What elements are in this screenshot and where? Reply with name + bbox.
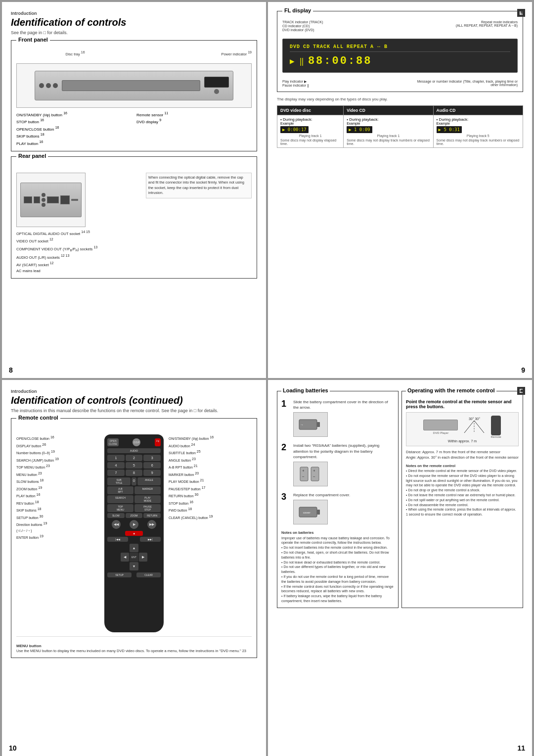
rc-btn-0[interactable]: 0 bbox=[132, 477, 136, 485]
rp-video-visual bbox=[34, 196, 40, 203]
dvd-example-label: Example bbox=[280, 122, 340, 125]
fp-ann-left: ON/STANDBY (I/φ) button 16 STOP button 1… bbox=[16, 111, 132, 147]
rl-playmode: PLAY MODE button 21 bbox=[169, 477, 252, 485]
rc-btn-5[interactable]: 5 bbox=[126, 462, 143, 469]
menu-note-title: MENU button bbox=[16, 644, 252, 648]
rc-note-6: • Do not disassemble the remote control. bbox=[406, 503, 519, 508]
rc-btn-8[interactable]: 8 bbox=[126, 470, 143, 476]
remote-search-topmenu-row: SEARCH PLAYMODE bbox=[107, 495, 161, 503]
rc-audio-btn[interactable]: AUDIO bbox=[107, 448, 161, 453]
rc-subtitle-btn[interactable]: SUBTITLE bbox=[107, 477, 131, 485]
rl-marker: MARKER button 20 bbox=[169, 471, 252, 478]
rl-return: RETURN button 30 bbox=[169, 492, 252, 499]
rear-panel-body bbox=[20, 183, 82, 217]
rp-component-visual bbox=[47, 196, 59, 203]
rl-direction: Direction buttons 19(↑/↓/←/→) bbox=[16, 520, 99, 533]
rc-return-btn[interactable]: RETURN bbox=[143, 513, 161, 518]
battery-step1-svg: → bbox=[298, 416, 323, 433]
rear-panel-wrap: OPTICAL DIGITAL AUDIO OUT socket 14 15 V… bbox=[16, 173, 252, 274]
acd-playing-label: Playing track 5 bbox=[437, 134, 520, 138]
fp-ann-play: PLAY button 16 bbox=[16, 140, 132, 147]
rc-setup-btn[interactable]: SETUP bbox=[107, 572, 132, 577]
rc-up-btn[interactable]: ▲ bbox=[130, 544, 138, 552]
remote-control-section: Remote control OPEN/CLOSE button 16 DISP… bbox=[11, 418, 257, 658]
rc-btn-3[interactable]: 3 bbox=[143, 455, 161, 461]
rear-panel-note: When connecting the optical digital cabl… bbox=[146, 173, 252, 198]
battery-notes-title: Notes on batteries bbox=[281, 530, 394, 536]
rl-play: PLAY button 16 bbox=[16, 492, 99, 499]
vcd-example-label: Example bbox=[347, 122, 430, 125]
rc-topmenu-btn[interactable]: TOPMENU bbox=[107, 504, 134, 512]
remote-top-buttons: OPENCLOSE DSP I/φ bbox=[107, 438, 161, 446]
battery-note-1: Improper use of batteries may cause batt… bbox=[281, 536, 394, 546]
page-subtitle-8: See the page in □ for details. bbox=[11, 30, 257, 35]
rl-rev: REV button 18 bbox=[16, 499, 99, 507]
menu-note-body: Use the MENU button to display the menu … bbox=[16, 648, 252, 654]
rp-s3 bbox=[42, 203, 45, 207]
remote-label-in-diagram: Remote bbox=[490, 435, 501, 438]
rl-pausestep: PAUSE/STEP button 17 bbox=[169, 485, 252, 492]
svg-text:+: + bbox=[302, 469, 305, 473]
rl-fwd: FWD button 18 bbox=[169, 506, 252, 514]
angle-30-label: 30° 30° bbox=[462, 417, 487, 421]
remote-notes-title: Notes on the remote control bbox=[406, 464, 519, 469]
rl-subtitle: SUBTITLE button 25 bbox=[169, 449, 252, 456]
rc-rev-btn[interactable]: ◀◀ bbox=[112, 520, 121, 529]
rc-slow-btn[interactable]: SLOW bbox=[107, 513, 125, 518]
rc-btn-4[interactable]: 4 bbox=[107, 462, 125, 469]
rc-right-btn[interactable]: ▶ bbox=[139, 553, 147, 561]
rc-btn-7[interactable]: 7 bbox=[107, 470, 125, 476]
svg-text:+: + bbox=[313, 469, 315, 473]
rc-openclose-btn[interactable]: OPENCLOSE bbox=[107, 438, 119, 446]
rc-btn-2[interactable]: 2 bbox=[126, 455, 143, 461]
rc-angle-btn[interactable]: ANGLE bbox=[137, 477, 161, 485]
rp-ac-label: AC mains lead bbox=[16, 268, 142, 274]
rc-marker-btn[interactable]: MARKER bbox=[134, 486, 161, 494]
rp-scart-visual bbox=[60, 195, 70, 204]
acd-example-label: Example bbox=[437, 122, 520, 125]
fl-dvd-label: DVD indicator (DVD) bbox=[282, 28, 323, 32]
rc-enter-btn[interactable]: ENT bbox=[130, 553, 138, 561]
rc-search-btn[interactable]: SEARCH bbox=[107, 495, 134, 503]
rc-skipfwd-btn[interactable]: ▶▶| bbox=[140, 537, 161, 542]
rc-pausestep-btn[interactable]: PAUSESTEP bbox=[134, 504, 161, 512]
rc-skipback-btn[interactable]: |◀◀ bbox=[107, 537, 128, 542]
page11-top-sections: Loading batteries 1 Slide the battery co… bbox=[277, 391, 523, 608]
battery-step-2: 2 Install two “R03/AAA” batteries (suppl… bbox=[281, 443, 394, 488]
rp-video-label: VIDEO OUT socket 12 bbox=[16, 236, 142, 244]
rc-standby-btn[interactable]: I/φ bbox=[155, 438, 161, 446]
operating-diagram-inner: DVD Player 30° 30° Remot bbox=[409, 416, 515, 438]
battery-step3-svg: cover bbox=[298, 503, 323, 521]
rc-zoom-btn[interactable]: ZOOM bbox=[126, 513, 143, 518]
svg-text:−: − bbox=[313, 474, 315, 479]
battery-step1-diagram: → bbox=[293, 412, 328, 437]
rc-abrpt-btn[interactable]: A-BRPT bbox=[107, 486, 134, 494]
rp-optical-visual bbox=[24, 196, 32, 203]
fl-play-icon: ▶ ‖ bbox=[290, 56, 304, 66]
rl-audio: AUDIO button 24 bbox=[169, 442, 252, 449]
rc-stop-btn[interactable]: ■ bbox=[125, 531, 142, 536]
rc-btn-9[interactable]: 9 bbox=[143, 470, 161, 476]
rl-number: Number buttons (0–9) 19 bbox=[16, 449, 99, 456]
operating-remote-title: Operating with the remote control bbox=[406, 387, 496, 393]
fl-display-visual: DVD CD TRACK ALL REPEAT A ↔ B ▶ ‖ 88:00:… bbox=[282, 39, 518, 73]
fl-pause-label: Pause indicator ‖ bbox=[282, 84, 309, 88]
battery-note-4: • Do not leave dead or exhausted batteri… bbox=[281, 560, 394, 565]
rl-display: DISPLAY button 26 bbox=[16, 442, 99, 449]
rc-note-2: • Do not expose the remote sensor of the… bbox=[406, 473, 519, 488]
fl-repeat-label: Repeat mode indicators bbox=[456, 20, 518, 24]
battery-step2-svg: + − + − bbox=[298, 465, 323, 483]
rc-clear-btn[interactable]: CLEAR bbox=[136, 572, 161, 577]
vcd-playing-label: Playing track 1 bbox=[347, 134, 430, 138]
rc-fwd-btn[interactable]: ▶▶ bbox=[147, 520, 156, 529]
rc-btn-6[interactable]: 6 bbox=[143, 462, 161, 469]
rc-playmode-btn[interactable]: PLAYMODE bbox=[134, 495, 161, 503]
disc-dvd-cell: • During playback: Example ▶ 0:00:17 Pla… bbox=[277, 115, 344, 148]
rc-display-btn[interactable]: DSP bbox=[133, 438, 140, 446]
menu-note: MENU button Use the MENU button to displ… bbox=[16, 636, 252, 654]
rc-btn-1[interactable]: 1 bbox=[107, 455, 125, 461]
rc-down-btn[interactable]: ▼ bbox=[130, 562, 138, 570]
rc-play-btn[interactable]: ▶ bbox=[130, 520, 138, 529]
rc-left-btn[interactable]: ◀ bbox=[121, 553, 129, 561]
rp-optical-label: OPTICAL DIGITAL AUDIO OUT socket 14 15 bbox=[16, 229, 142, 237]
